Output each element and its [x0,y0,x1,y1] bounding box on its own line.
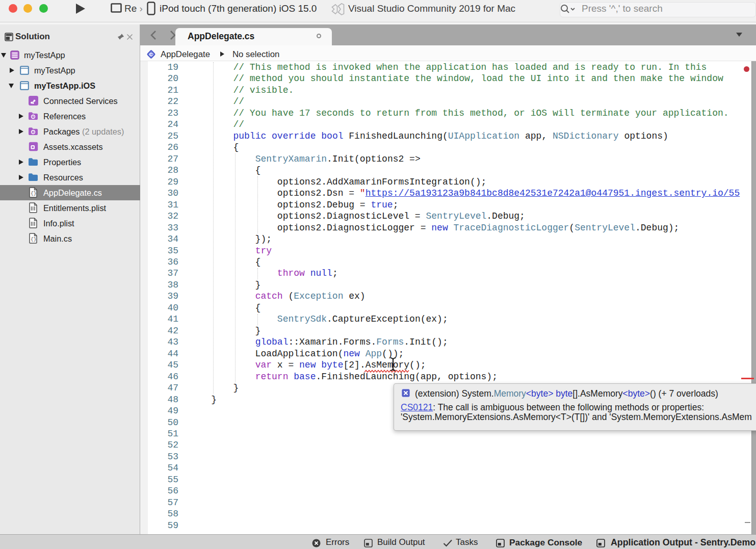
svg-text:{}: {} [31,237,36,242]
svg-text:{}: {} [31,191,36,196]
svg-text:C: C [149,51,153,57]
